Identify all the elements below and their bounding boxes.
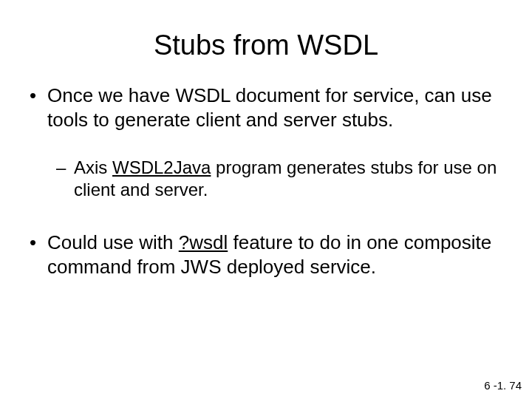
- bullet-1: Once we have WSDL document for service, …: [47, 83, 510, 132]
- bullet-2: Axis WSDL2Java program generates stubs f…: [74, 157, 510, 201]
- bullet-3: Could use with ?wsdl feature to do in on…: [47, 231, 510, 279]
- bullet-1-text: Once we have WSDL document for service, …: [47, 84, 492, 131]
- bullet-2-underlined: WSDL2Java: [112, 157, 211, 177]
- bullet-3-pre: Could use with: [47, 231, 179, 253]
- slide-title: Stubs from WSDL: [22, 30, 510, 61]
- slide-number: 6 -1. 74: [484, 379, 522, 392]
- slide: Stubs from WSDL Once we have WSDL docume…: [0, 0, 532, 399]
- bullet-2-pre: Axis: [74, 157, 112, 177]
- bullet-3-underlined: ?wsdl: [179, 231, 228, 253]
